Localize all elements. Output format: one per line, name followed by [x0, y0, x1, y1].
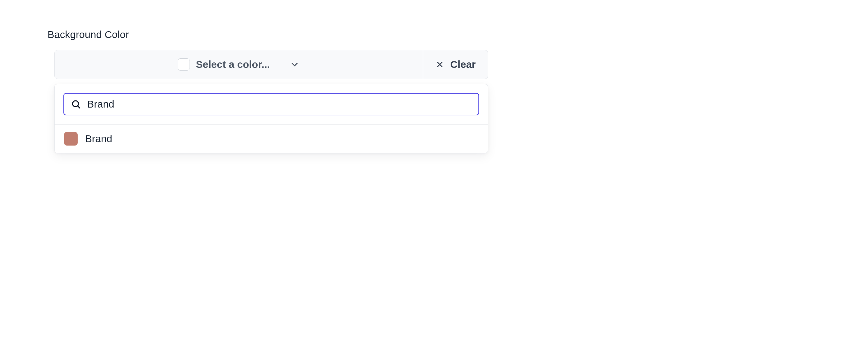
close-icon: [435, 60, 444, 69]
chevron-down-icon: [290, 59, 300, 70]
color-dropdown: Brand: [54, 84, 488, 153]
color-select-display: Select a color...: [178, 58, 300, 71]
clear-button[interactable]: Clear: [423, 50, 488, 79]
color-select-placeholder: Select a color...: [196, 59, 270, 70]
svg-line-3: [78, 106, 80, 108]
color-select-row: Select a color... Clear: [54, 50, 488, 79]
color-option[interactable]: Brand: [55, 125, 488, 153]
search-box: [63, 93, 479, 115]
search-icon: [71, 99, 81, 109]
selected-color-swatch: [178, 58, 190, 71]
search-input[interactable]: [87, 98, 472, 110]
color-swatch: [64, 132, 78, 146]
color-option-label: Brand: [85, 133, 112, 145]
field-label: Background Color: [47, 29, 488, 40]
color-select-button[interactable]: Select a color...: [55, 50, 423, 79]
clear-button-label: Clear: [450, 59, 476, 70]
search-row: [55, 84, 488, 125]
